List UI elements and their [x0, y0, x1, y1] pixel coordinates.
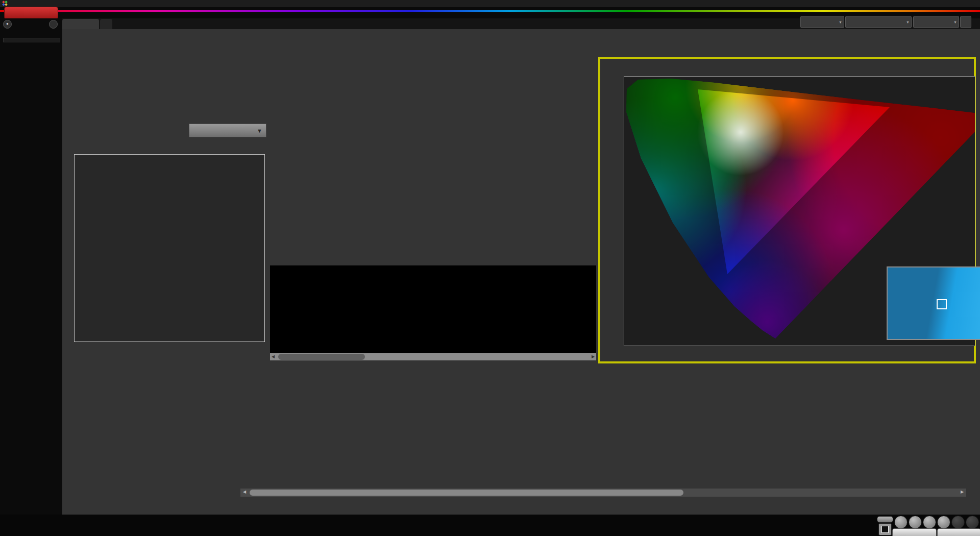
- cie-1976-panel: [598, 57, 976, 363]
- minimize-button[interactable]: [949, 1, 958, 7]
- display-control-button[interactable]: ▼: [913, 16, 959, 28]
- next-button[interactable]: [937, 528, 980, 536]
- deltae2000-chart: [74, 154, 265, 342]
- tab-bar: ▼ ▼ ▼: [0, 18, 980, 29]
- play-button[interactable]: [909, 516, 922, 529]
- record-button[interactable]: [966, 516, 979, 529]
- meter-accent-bar: [801, 17, 803, 27]
- pattern-window-button[interactable]: [923, 516, 936, 529]
- sidebar-pin-button[interactable]: ●: [3, 20, 12, 29]
- target-row-label: [271, 305, 278, 341]
- back-button[interactable]: [892, 528, 937, 536]
- maximize-button[interactable]: [960, 1, 968, 7]
- chevron-down-icon: ▼: [839, 20, 842, 25]
- swatch-viewer: [270, 265, 596, 353]
- strip-expand-button[interactable]: [877, 516, 893, 523]
- chevron-down-icon: ▼: [906, 20, 910, 25]
- table-scrollbar-thumb[interactable]: [250, 490, 683, 496]
- rainbow-strip: [0, 10, 980, 12]
- loop-button[interactable]: [951, 516, 965, 529]
- sidebar-collapse-button[interactable]: [49, 20, 58, 29]
- inset-target-square: [937, 299, 947, 309]
- calman-app-window: ▼ ▼ ▼ ● ▼ ◀: [0, 0, 980, 536]
- display-accent-bar: [914, 17, 916, 27]
- sidebar: ●: [0, 18, 62, 536]
- continuous-read-button[interactable]: [937, 516, 950, 529]
- simulated-meter-button[interactable]: ▼: [800, 16, 844, 28]
- pattern-patch-strip: [0, 515, 980, 536]
- calman-menu-button[interactable]: [4, 7, 58, 19]
- app-logo-icon: [3, 1, 8, 6]
- cie-chromaticity-plot: [624, 76, 975, 346]
- scroll-right-icon[interactable]: ▶: [959, 489, 965, 496]
- actual-row-label: [271, 273, 278, 308]
- pattern-accent-bar: [846, 17, 848, 27]
- scroll-left-icon[interactable]: ◀: [241, 489, 248, 496]
- scroll-right-icon[interactable]: ▶: [590, 353, 596, 360]
- close-button[interactable]: [970, 1, 978, 7]
- stop-button[interactable]: [894, 516, 908, 529]
- tab-history-1[interactable]: [62, 19, 99, 29]
- swatch-scrollbar-thumb[interactable]: [278, 354, 365, 360]
- stop-pattern-button[interactable]: [878, 523, 892, 535]
- swatch-scrollbar[interactable]: ◀ ▶: [270, 353, 596, 360]
- stop-icon: [881, 526, 889, 533]
- workflow-tree: [3, 38, 60, 42]
- chevron-down-icon: ▼: [953, 20, 957, 25]
- chevron-down-icon: ▼: [257, 124, 262, 137]
- cie-zoom-inset: [887, 266, 980, 340]
- scroll-left-icon[interactable]: ◀: [270, 353, 276, 360]
- table-scrollbar[interactable]: ◀ ▶: [240, 489, 966, 497]
- pattern-generator-button[interactable]: ▼: [845, 16, 912, 28]
- de-formula-dropdown[interactable]: ▼: [189, 124, 266, 137]
- tab-add-button[interactable]: [100, 19, 112, 29]
- window-titlebar: [0, 0, 980, 7]
- settings-gear-button[interactable]: [960, 16, 971, 28]
